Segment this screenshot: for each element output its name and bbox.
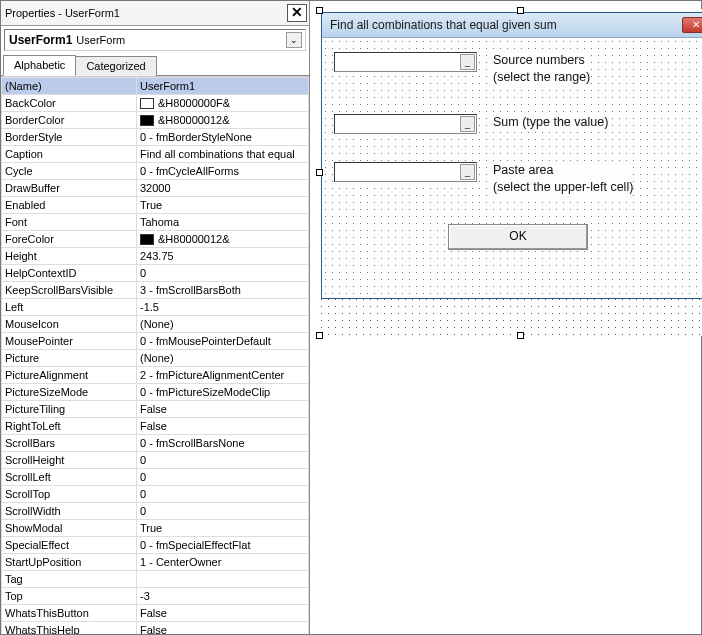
property-value-text: &H80000012& bbox=[158, 233, 230, 245]
property-row[interactable]: MouseIcon(None) bbox=[2, 316, 309, 333]
property-row[interactable]: ForeColor&H80000012& bbox=[2, 231, 309, 248]
property-row[interactable]: PictureAlignment2 - fmPictureAlignmentCe… bbox=[2, 367, 309, 384]
userform-preview[interactable]: Find all combinations that equal given s… bbox=[321, 12, 702, 299]
property-value[interactable]: True bbox=[137, 197, 309, 214]
property-row[interactable]: (Name)UserForm1 bbox=[2, 78, 309, 95]
property-value[interactable]: True bbox=[137, 520, 309, 537]
property-row[interactable]: ShowModalTrue bbox=[2, 520, 309, 537]
property-row[interactable]: EnabledTrue bbox=[2, 197, 309, 214]
property-name: Caption bbox=[2, 146, 137, 163]
property-value[interactable]: 0 bbox=[137, 452, 309, 469]
property-row[interactable]: Tag bbox=[2, 571, 309, 588]
property-value-text: 0 - fmMousePointerDefault bbox=[140, 335, 271, 347]
property-value[interactable]: -3 bbox=[137, 588, 309, 605]
property-value-text: 2 - fmPictureAlignmentCenter bbox=[140, 369, 284, 381]
property-row[interactable]: Picture(None) bbox=[2, 350, 309, 367]
property-value[interactable]: 32000 bbox=[137, 180, 309, 197]
property-row[interactable]: CaptionFind all combinations that equal bbox=[2, 146, 309, 163]
property-value[interactable]: 3 - fmScrollBarsBoth bbox=[137, 282, 309, 299]
property-value[interactable]: 0 - fmBorderStyleNone bbox=[137, 129, 309, 146]
property-row[interactable]: StartUpPosition1 - CenterOwner bbox=[2, 554, 309, 571]
property-row[interactable]: WhatsThisHelpFalse bbox=[2, 622, 309, 635]
resize-handle[interactable] bbox=[316, 332, 323, 339]
design-surface[interactable]: Find all combinations that equal given s… bbox=[310, 1, 701, 634]
property-name: Left bbox=[2, 299, 137, 316]
property-row[interactable]: Left-1.5 bbox=[2, 299, 309, 316]
refedit-source[interactable]: _ bbox=[334, 52, 477, 72]
property-row[interactable]: BorderColor&H80000012& bbox=[2, 112, 309, 129]
property-value[interactable]: (None) bbox=[137, 350, 309, 367]
property-value[interactable]: 0 bbox=[137, 503, 309, 520]
property-row[interactable]: KeepScrollBarsVisible3 - fmScrollBarsBot… bbox=[2, 282, 309, 299]
property-value[interactable]: 0 - fmSpecialEffectFlat bbox=[137, 537, 309, 554]
property-row[interactable]: BorderStyle0 - fmBorderStyleNone bbox=[2, 129, 309, 146]
property-row[interactable]: FontTahoma bbox=[2, 214, 309, 231]
property-row[interactable]: DrawBuffer32000 bbox=[2, 180, 309, 197]
property-value[interactable]: False bbox=[137, 401, 309, 418]
property-value[interactable]: 0 - fmScrollBarsNone bbox=[137, 435, 309, 452]
tab-categorized[interactable]: Categorized bbox=[75, 56, 156, 76]
property-value[interactable]: &H80000012& bbox=[137, 231, 309, 248]
resize-handle[interactable] bbox=[517, 332, 524, 339]
refedit-button-icon[interactable]: _ bbox=[460, 54, 475, 70]
property-row[interactable]: Top-3 bbox=[2, 588, 309, 605]
refedit-button-icon[interactable]: _ bbox=[460, 116, 475, 132]
property-value[interactable] bbox=[137, 571, 309, 588]
property-row[interactable]: Height243.75 bbox=[2, 248, 309, 265]
color-swatch-icon bbox=[140, 234, 154, 245]
property-value[interactable]: 1 - CenterOwner bbox=[137, 554, 309, 571]
property-value[interactable]: Find all combinations that equal bbox=[137, 146, 309, 163]
refedit-paste[interactable]: _ bbox=[334, 162, 477, 182]
property-value[interactable]: 2 - fmPictureAlignmentCenter bbox=[137, 367, 309, 384]
property-name: ScrollHeight bbox=[2, 452, 137, 469]
label-text: Sum (type the value) bbox=[493, 115, 608, 129]
property-row[interactable]: HelpContextID0 bbox=[2, 265, 309, 282]
resize-handle[interactable] bbox=[316, 169, 323, 176]
properties-grid[interactable]: (Name)UserForm1BackColor&H8000000F&Borde… bbox=[1, 76, 309, 634]
property-value[interactable]: (None) bbox=[137, 316, 309, 333]
property-value[interactable]: UserForm1 bbox=[137, 78, 309, 95]
property-row[interactable]: ScrollTop0 bbox=[2, 486, 309, 503]
property-value[interactable]: False bbox=[137, 622, 309, 635]
property-value[interactable]: 0 - fmMousePointerDefault bbox=[137, 333, 309, 350]
refedit-button-icon[interactable]: _ bbox=[460, 164, 475, 180]
property-row[interactable]: PictureSizeMode0 - fmPictureSizeModeClip bbox=[2, 384, 309, 401]
tab-alphabetic[interactable]: Alphabetic bbox=[3, 55, 76, 76]
property-value[interactable]: False bbox=[137, 418, 309, 435]
close-icon: ✕ bbox=[692, 19, 700, 30]
property-row[interactable]: ScrollBars0 - fmScrollBarsNone bbox=[2, 435, 309, 452]
refedit-sum[interactable]: _ bbox=[334, 114, 477, 134]
property-value[interactable]: 0 bbox=[137, 469, 309, 486]
property-value[interactable]: &H80000012& bbox=[137, 112, 309, 129]
userform-titlebar[interactable]: Find all combinations that equal given s… bbox=[322, 13, 702, 38]
property-value[interactable]: False bbox=[137, 605, 309, 622]
resize-handle[interactable] bbox=[316, 7, 323, 14]
chevron-down-icon[interactable]: ⌄ bbox=[286, 32, 302, 48]
property-row[interactable]: BackColor&H8000000F& bbox=[2, 95, 309, 112]
properties-close-button[interactable]: ✕ bbox=[287, 4, 307, 22]
property-value[interactable]: Tahoma bbox=[137, 214, 309, 231]
property-row[interactable]: WhatsThisButtonFalse bbox=[2, 605, 309, 622]
property-value[interactable]: 0 - fmPictureSizeModeClip bbox=[137, 384, 309, 401]
property-value-text: 0 - fmCycleAllForms bbox=[140, 165, 239, 177]
property-row[interactable]: RightToLeftFalse bbox=[2, 418, 309, 435]
property-row[interactable]: ScrollLeft0 bbox=[2, 469, 309, 486]
property-row[interactable]: Cycle0 - fmCycleAllForms bbox=[2, 163, 309, 180]
property-value[interactable]: 0 bbox=[137, 265, 309, 282]
property-row[interactable]: SpecialEffect0 - fmSpecialEffectFlat bbox=[2, 537, 309, 554]
property-value[interactable]: &H8000000F& bbox=[137, 95, 309, 112]
resize-handle[interactable] bbox=[517, 7, 524, 14]
property-row[interactable]: ScrollWidth0 bbox=[2, 503, 309, 520]
property-value-text: (None) bbox=[140, 352, 174, 364]
property-value[interactable]: 0 - fmCycleAllForms bbox=[137, 163, 309, 180]
property-row[interactable]: ScrollHeight0 bbox=[2, 452, 309, 469]
property-value[interactable]: 243.75 bbox=[137, 248, 309, 265]
userform-close-button[interactable]: ✕ bbox=[682, 17, 702, 33]
object-selector[interactable]: UserForm1 UserForm ⌄ bbox=[4, 29, 306, 51]
property-row[interactable]: MousePointer0 - fmMousePointerDefault bbox=[2, 333, 309, 350]
property-row[interactable]: PictureTilingFalse bbox=[2, 401, 309, 418]
property-value[interactable]: -1.5 bbox=[137, 299, 309, 316]
property-value-text: 3 - fmScrollBarsBoth bbox=[140, 284, 241, 296]
property-value[interactable]: 0 bbox=[137, 486, 309, 503]
ok-button[interactable]: OK bbox=[448, 224, 588, 250]
